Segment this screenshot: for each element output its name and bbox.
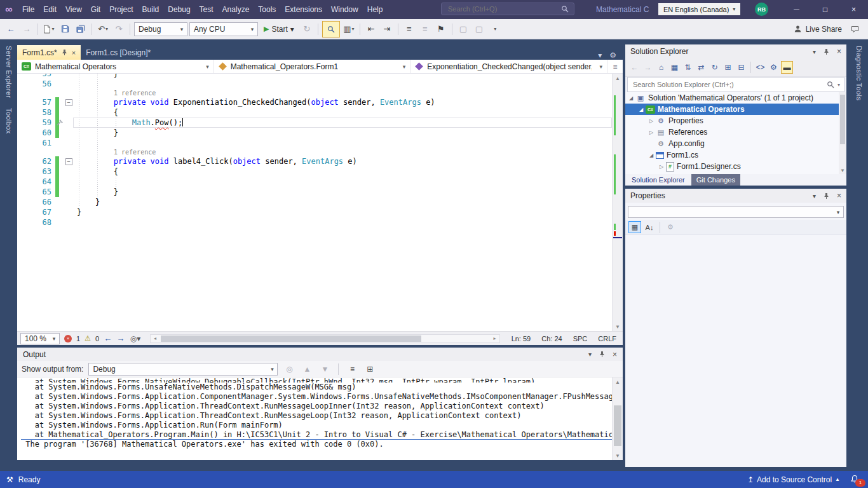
menu-project[interactable]: Project (105, 0, 137, 19)
error-indicator-icon[interactable]: × (64, 335, 72, 342)
scroll-right-icon[interactable]: ▸ (491, 336, 499, 341)
menu-extensions[interactable]: Extensions (280, 0, 327, 19)
window-list-icon[interactable]: ▾ (598, 51, 602, 60)
hot-reload-icon[interactable]: ↻ (300, 22, 314, 36)
extra-tool-icon[interactable]: ▢ (456, 22, 470, 36)
minimize-button[interactable]: ─ (782, 0, 811, 19)
close-icon[interactable]: × (837, 191, 841, 200)
navigate-forward-icon[interactable]: → (20, 22, 34, 36)
code-line[interactable]: 63 { (17, 166, 612, 177)
close-button[interactable]: × (839, 0, 868, 19)
save-icon[interactable] (58, 22, 72, 36)
tree-collapsed-icon[interactable]: ▷ (647, 130, 656, 135)
refresh-icon[interactable]: ↻ (709, 61, 721, 74)
sidebar-item-server-explorer[interactable]: Server Explorer (5, 46, 13, 98)
menu-test[interactable]: Test (195, 0, 218, 19)
new-file-icon[interactable]: ▾ (42, 22, 56, 36)
maximize-button[interactable]: □ (811, 0, 839, 19)
solution-explorer-search[interactable]: ▾ (627, 77, 844, 92)
scroll-left-icon[interactable]: ◂ (151, 336, 159, 341)
language-indicator[interactable]: EN English (Canada) ▾ (658, 3, 740, 15)
tree-item-solution-mathematical-operators-1-of-1-project[interactable]: ◢▣Solution 'Mathematical Operators' (1 o… (625, 92, 846, 104)
next-issue-icon[interactable]: → (116, 334, 125, 343)
warning-indicator-icon[interactable]: ⚠ (85, 334, 91, 342)
close-icon[interactable]: × (837, 47, 841, 56)
tab-git-changes[interactable]: Git Changes (691, 174, 740, 186)
navigate-back-icon[interactable]: ← (628, 61, 641, 74)
bookmark-icon[interactable]: ⚑ (434, 22, 448, 36)
code-line[interactable]: 56 (17, 79, 612, 89)
editor-pane-icon[interactable]: ▥▾ (342, 22, 356, 36)
next-message-icon[interactable]: ▼ (318, 363, 331, 376)
menu-edit[interactable]: Edit (39, 0, 61, 19)
menu-tools[interactable]: Tools (254, 0, 280, 19)
object-selector-dropdown[interactable]: ▾ (628, 206, 844, 218)
find-in-files-icon[interactable] (322, 21, 340, 37)
code-line[interactable]: 64 (17, 177, 612, 187)
tree-expanded-icon[interactable]: ◢ (627, 95, 635, 101)
breadcrumb-member-dropdown[interactable]: Exponentiation_CheckedChanged(object sen… (410, 60, 607, 73)
tree-collapsed-icon[interactable]: ▷ (657, 164, 666, 170)
tree-item-app-config[interactable]: ⚙App.config (625, 138, 846, 149)
tab-form1-cs[interactable]: Form1.cs* × (17, 45, 81, 60)
code-line[interactable]: 55 } (17, 74, 612, 79)
extra-tool-icon[interactable]: ▢ (472, 22, 486, 36)
search-input[interactable] (447, 4, 557, 13)
toolbar-overflow-icon[interactable]: ▾ (488, 22, 502, 36)
tree-item-form1-cs[interactable]: ◢Form1.cs (625, 149, 846, 161)
menu-analyze[interactable]: Analyze (218, 0, 254, 19)
collapse-all-icon[interactable]: ⊟ (735, 61, 747, 74)
pending-changes-filter-icon[interactable]: ⇅ (682, 61, 694, 74)
word-wrap-icon[interactable]: ⊞ (363, 363, 376, 376)
output-source-dropdown[interactable]: Debug ▾ (88, 363, 278, 376)
code-line[interactable]: 65 } (17, 187, 612, 197)
scrollbar-thumb[interactable] (161, 336, 421, 342)
editor-vertical-scrollbar[interactable]: ▲ ▼ (612, 74, 623, 331)
scrollbar-thumb[interactable] (614, 405, 621, 446)
solution-search-input[interactable] (632, 80, 824, 89)
sidebar-item-diagnostic-tools[interactable]: Diagnostic Tools (855, 46, 863, 100)
collapse-box[interactable]: − (65, 99, 72, 106)
live-share-button[interactable]: Live Share (794, 25, 864, 34)
redo-icon[interactable]: ↷ (112, 22, 126, 36)
menu-debug[interactable]: Debug (163, 0, 194, 19)
window-position-icon[interactable]: ▾ (813, 48, 816, 55)
output-panel-header[interactable]: Output ▾ × (17, 348, 623, 361)
window-position-icon[interactable]: ▾ (813, 193, 816, 200)
zoom-dropdown[interactable]: 100 % ▾ (20, 333, 60, 344)
categorized-view-icon[interactable]: ▦ (628, 221, 641, 233)
sync-with-active-document-icon[interactable]: ⇄ (695, 61, 707, 74)
window-position-icon[interactable]: ▾ (588, 351, 592, 358)
scroll-down-icon[interactable]: ▼ (613, 322, 623, 331)
tree-item-properties[interactable]: ▷⚙Properties (625, 115, 846, 126)
menu-window[interactable]: Window (327, 0, 363, 19)
code-line[interactable]: 61 (17, 138, 612, 148)
tree-item-references[interactable]: ▷▤References (625, 126, 846, 138)
solution-platform-dropdown[interactable]: Any CPU ▾ (189, 22, 258, 36)
decrease-indent-icon[interactable]: ⇤ (364, 22, 378, 36)
breadcrumb-project-dropdown[interactable]: C# Mathematical Operators ▾ (17, 60, 214, 73)
scroll-up-icon[interactable]: ▲ (613, 377, 623, 386)
scroll-down-icon[interactable]: ▼ (613, 451, 623, 460)
document-outline-icon[interactable]: ≡ (607, 60, 623, 73)
close-icon[interactable]: × (72, 49, 76, 57)
home-icon[interactable]: ⌂ (655, 61, 667, 74)
solution-explorer-header[interactable]: Solution Explorer ▾ × (625, 44, 846, 58)
quick-search-box[interactable] (441, 3, 574, 15)
switch-views-icon[interactable]: ▦ (668, 61, 681, 74)
tree-item-mathematical-operators[interactable]: ◢C#Mathematical Operators (625, 104, 846, 115)
clear-all-icon[interactable]: ≡ (346, 363, 358, 376)
quick-actions-icon[interactable] (56, 118, 64, 126)
alphabetical-sort-icon[interactable]: A↓ (643, 221, 656, 233)
solution-configuration-dropdown[interactable]: Debug ▾ (134, 22, 187, 36)
find-message-icon[interactable]: ◎ (283, 363, 295, 376)
gear-icon[interactable]: ⚙ (609, 51, 616, 60)
user-avatar[interactable]: RB (755, 3, 768, 16)
pin-icon[interactable] (823, 193, 830, 200)
code-line[interactable]: 62− private void label4_Click(object sen… (17, 156, 612, 166)
properties-header[interactable]: Properties ▾ × (625, 189, 846, 203)
line-ending-indicator[interactable]: CRLF (595, 335, 620, 342)
code-editor[interactable]: 55 }561 reference57− private void Expone… (17, 74, 612, 331)
spaces-indicator[interactable]: SPC (570, 335, 591, 342)
tree-expanded-icon[interactable]: ◢ (647, 152, 656, 158)
